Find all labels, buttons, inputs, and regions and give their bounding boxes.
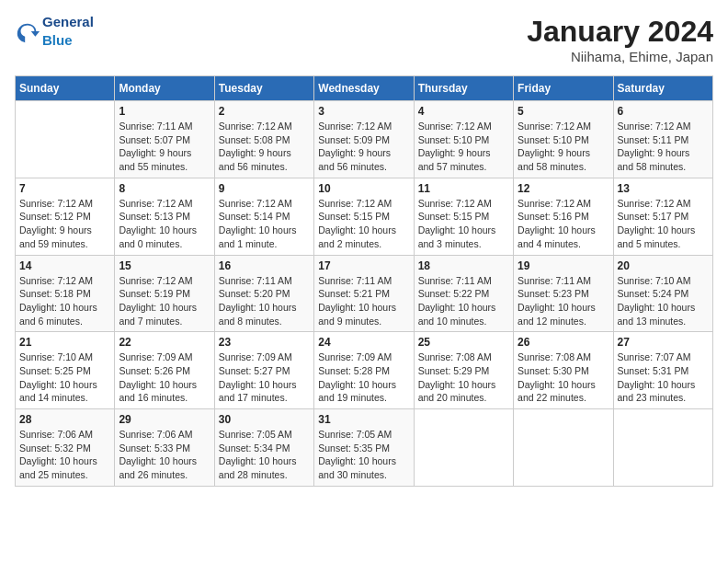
calendar-cell: 25Sunrise: 7:08 AM Sunset: 5:29 PM Dayli… <box>414 332 513 409</box>
calendar-cell: 24Sunrise: 7:09 AM Sunset: 5:28 PM Dayli… <box>314 332 414 409</box>
day-info: Sunrise: 7:12 AM Sunset: 5:12 PM Dayligh… <box>19 197 110 251</box>
calendar-week-row: 7Sunrise: 7:12 AM Sunset: 5:12 PM Daylig… <box>16 178 713 255</box>
calendar-cell: 21Sunrise: 7:10 AM Sunset: 5:25 PM Dayli… <box>16 332 115 409</box>
calendar-cell: 20Sunrise: 7:10 AM Sunset: 5:24 PM Dayli… <box>613 255 712 332</box>
day-number: 31 <box>318 413 409 426</box>
calendar-cell: 23Sunrise: 7:09 AM Sunset: 5:27 PM Dayli… <box>214 332 313 409</box>
calendar-cell: 27Sunrise: 7:07 AM Sunset: 5:31 PM Dayli… <box>613 332 712 409</box>
calendar-week-row: 14Sunrise: 7:12 AM Sunset: 5:18 PM Dayli… <box>16 255 713 332</box>
day-info: Sunrise: 7:09 AM Sunset: 5:27 PM Dayligh… <box>219 350 310 405</box>
calendar-week-row: 21Sunrise: 7:10 AM Sunset: 5:25 PM Dayli… <box>16 332 713 409</box>
day-number: 12 <box>518 182 609 195</box>
day-info: Sunrise: 7:12 AM Sunset: 5:10 PM Dayligh… <box>418 120 509 174</box>
calendar-cell: 7Sunrise: 7:12 AM Sunset: 5:12 PM Daylig… <box>16 178 115 255</box>
day-info: Sunrise: 7:12 AM Sunset: 5:16 PM Dayligh… <box>518 197 609 251</box>
calendar-cell: 11Sunrise: 7:12 AM Sunset: 5:15 PM Dayli… <box>414 178 513 255</box>
day-number: 25 <box>418 336 509 349</box>
calendar-cell: 26Sunrise: 7:08 AM Sunset: 5:30 PM Dayli… <box>514 332 613 409</box>
calendar-cell: 29Sunrise: 7:06 AM Sunset: 5:33 PM Dayli… <box>115 409 214 487</box>
day-info: Sunrise: 7:09 AM Sunset: 5:28 PM Dayligh… <box>318 350 409 405</box>
day-number: 11 <box>418 182 509 195</box>
day-info: Sunrise: 7:12 AM Sunset: 5:10 PM Dayligh… <box>518 120 609 174</box>
day-info: Sunrise: 7:12 AM Sunset: 5:15 PM Dayligh… <box>418 197 509 251</box>
day-number: 24 <box>318 336 409 349</box>
calendar-cell: 22Sunrise: 7:09 AM Sunset: 5:26 PM Dayli… <box>115 332 214 409</box>
day-info: Sunrise: 7:10 AM Sunset: 5:25 PM Dayligh… <box>19 350 110 405</box>
day-info: Sunrise: 7:12 AM Sunset: 5:08 PM Dayligh… <box>219 120 310 174</box>
page-title: January 2024 <box>527 15 713 49</box>
day-number: 28 <box>19 413 110 426</box>
calendar-header-friday: Friday <box>514 76 613 101</box>
day-info: Sunrise: 7:11 AM Sunset: 5:07 PM Dayligh… <box>119 120 210 174</box>
day-info: Sunrise: 7:12 AM Sunset: 5:15 PM Dayligh… <box>318 197 409 251</box>
day-info: Sunrise: 7:05 AM Sunset: 5:35 PM Dayligh… <box>318 428 409 482</box>
calendar-cell: 17Sunrise: 7:11 AM Sunset: 5:21 PM Dayli… <box>314 255 414 332</box>
calendar-cell: 5Sunrise: 7:12 AM Sunset: 5:10 PM Daylig… <box>514 101 613 178</box>
day-number: 9 <box>219 182 310 195</box>
calendar-cell: 12Sunrise: 7:12 AM Sunset: 5:16 PM Dayli… <box>514 178 613 255</box>
day-info: Sunrise: 7:08 AM Sunset: 5:29 PM Dayligh… <box>418 350 509 405</box>
calendar-header-saturday: Saturday <box>613 76 712 101</box>
day-info: Sunrise: 7:12 AM Sunset: 5:13 PM Dayligh… <box>119 197 210 251</box>
day-number: 23 <box>219 336 310 349</box>
calendar-cell: 14Sunrise: 7:12 AM Sunset: 5:18 PM Dayli… <box>16 255 115 332</box>
day-number: 3 <box>318 105 409 118</box>
calendar-cell: 2Sunrise: 7:12 AM Sunset: 5:08 PM Daylig… <box>214 101 313 178</box>
day-number: 10 <box>318 182 409 195</box>
day-info: Sunrise: 7:12 AM Sunset: 5:14 PM Dayligh… <box>219 197 310 251</box>
day-number: 2 <box>219 105 310 118</box>
day-info: Sunrise: 7:07 AM Sunset: 5:31 PM Dayligh… <box>618 350 709 405</box>
day-number: 30 <box>219 413 310 426</box>
day-number: 18 <box>418 259 509 272</box>
calendar-header-row: SundayMondayTuesdayWednesdayThursdayFrid… <box>16 76 713 101</box>
day-info: Sunrise: 7:11 AM Sunset: 5:21 PM Dayligh… <box>318 274 409 328</box>
day-number: 7 <box>19 182 110 195</box>
day-number: 6 <box>618 105 709 118</box>
day-number: 4 <box>418 105 509 118</box>
calendar-header-thursday: Thursday <box>414 76 513 101</box>
day-info: Sunrise: 7:06 AM Sunset: 5:32 PM Dayligh… <box>19 428 110 482</box>
day-info: Sunrise: 7:12 AM Sunset: 5:17 PM Dayligh… <box>618 197 709 251</box>
calendar-cell: 16Sunrise: 7:11 AM Sunset: 5:20 PM Dayli… <box>214 255 313 332</box>
calendar-header-wednesday: Wednesday <box>314 76 414 101</box>
calendar-cell: 4Sunrise: 7:12 AM Sunset: 5:10 PM Daylig… <box>414 101 513 178</box>
day-number: 27 <box>618 336 709 349</box>
day-number: 20 <box>618 259 709 272</box>
day-info: Sunrise: 7:12 AM Sunset: 5:18 PM Dayligh… <box>19 274 110 328</box>
logo-text-general: General <box>42 15 94 30</box>
day-number: 1 <box>119 105 210 118</box>
day-info: Sunrise: 7:12 AM Sunset: 5:19 PM Dayligh… <box>119 274 210 328</box>
calendar-cell <box>414 409 513 487</box>
calendar-header-monday: Monday <box>115 76 214 101</box>
day-number: 16 <box>219 259 310 272</box>
calendar-table: SundayMondayTuesdayWednesdayThursdayFrid… <box>15 75 713 487</box>
day-info: Sunrise: 7:08 AM Sunset: 5:30 PM Dayligh… <box>518 350 609 405</box>
calendar-cell: 31Sunrise: 7:05 AM Sunset: 5:35 PM Dayli… <box>314 409 414 487</box>
day-info: Sunrise: 7:05 AM Sunset: 5:34 PM Dayligh… <box>219 428 310 482</box>
day-number: 15 <box>119 259 210 272</box>
calendar-cell: 15Sunrise: 7:12 AM Sunset: 5:19 PM Dayli… <box>115 255 214 332</box>
logo-text-blue: Blue <box>42 32 73 48</box>
day-info: Sunrise: 7:10 AM Sunset: 5:24 PM Dayligh… <box>618 274 709 328</box>
calendar-cell <box>514 409 613 487</box>
day-number: 22 <box>119 336 210 349</box>
day-number: 19 <box>518 259 609 272</box>
calendar-cell: 8Sunrise: 7:12 AM Sunset: 5:13 PM Daylig… <box>115 178 214 255</box>
calendar-cell: 19Sunrise: 7:11 AM Sunset: 5:23 PM Dayli… <box>514 255 613 332</box>
calendar-cell: 3Sunrise: 7:12 AM Sunset: 5:09 PM Daylig… <box>314 101 414 178</box>
day-number: 29 <box>119 413 210 426</box>
day-number: 8 <box>119 182 210 195</box>
calendar-cell: 18Sunrise: 7:11 AM Sunset: 5:22 PM Dayli… <box>414 255 513 332</box>
page-subtitle: Niihama, Ehime, Japan <box>527 49 713 64</box>
day-info: Sunrise: 7:09 AM Sunset: 5:26 PM Dayligh… <box>119 350 210 405</box>
calendar-cell: 28Sunrise: 7:06 AM Sunset: 5:32 PM Dayli… <box>16 409 115 487</box>
calendar-cell: 30Sunrise: 7:05 AM Sunset: 5:34 PM Dayli… <box>214 409 313 487</box>
calendar-cell: 9Sunrise: 7:12 AM Sunset: 5:14 PM Daylig… <box>214 178 313 255</box>
calendar-header-sunday: Sunday <box>16 76 115 101</box>
day-info: Sunrise: 7:12 AM Sunset: 5:09 PM Dayligh… <box>318 120 409 174</box>
calendar-week-row: 1Sunrise: 7:11 AM Sunset: 5:07 PM Daylig… <box>16 101 713 178</box>
day-info: Sunrise: 7:11 AM Sunset: 5:23 PM Dayligh… <box>518 274 609 328</box>
calendar-header-tuesday: Tuesday <box>214 76 313 101</box>
day-info: Sunrise: 7:11 AM Sunset: 5:20 PM Dayligh… <box>219 274 310 328</box>
calendar-cell <box>16 101 115 178</box>
